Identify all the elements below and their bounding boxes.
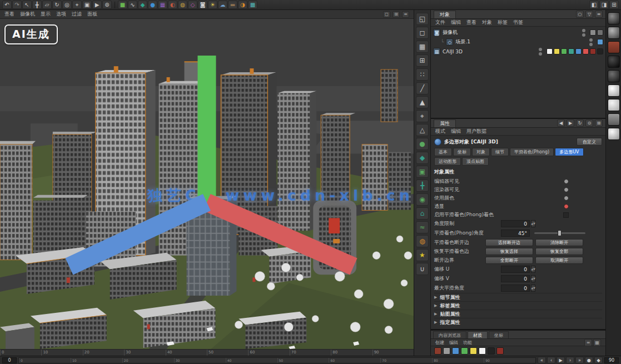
material-chip[interactable]: [496, 347, 504, 355]
material-thumbnail[interactable]: [608, 70, 620, 82]
toggle-dot[interactable]: [564, 196, 569, 201]
modes-strip-icon[interactable]: ●: [416, 138, 429, 150]
modes-strip-icon[interactable]: ◆: [416, 152, 429, 164]
toggle-dot[interactable]: [564, 187, 569, 192]
modes-strip-icon[interactable]: ◍: [416, 235, 429, 247]
action-button[interactable]: 选择断开边: [485, 239, 533, 246]
timeline-powerslider[interactable]: 0102030405060708090: [18, 357, 536, 363]
stepper-arrows[interactable]: ▲▼: [531, 285, 535, 292]
modes-strip-icon[interactable]: ╱: [416, 82, 429, 94]
3d-viewport[interactable]: AI生成 独艺CG www.cdn-xlb.cn: [0, 19, 414, 349]
toggle-dot[interactable]: [564, 179, 569, 184]
modes-strip-icon[interactable]: ★: [416, 249, 429, 261]
material-thumbnail[interactable]: [608, 56, 620, 68]
object-manager-menu-item[interactable]: 编辑: [451, 19, 461, 26]
material-thumbnail[interactable]: [608, 113, 620, 126]
visibility-dots[interactable]: [582, 29, 585, 37]
action-button[interactable]: 恢复选择: [485, 248, 533, 255]
modes-strip-icon[interactable]: ∪: [416, 263, 429, 275]
layout-icon[interactable]: ⊞: [609, 1, 619, 9]
attribute-menu-item[interactable]: 用户数据: [466, 128, 486, 135]
material-chip[interactable]: [479, 347, 486, 355]
material-thumbnail[interactable]: [608, 41, 620, 53]
viewport-menu-item[interactable]: 查看: [4, 11, 14, 18]
toolbar-icon[interactable]: ▶: [92, 1, 102, 9]
attribute-tab[interactable]: 细节: [491, 148, 509, 156]
material-thumbnail[interactable]: [608, 27, 620, 39]
material-tag[interactable]: [597, 48, 603, 54]
angle-limit-field[interactable]: 0: [501, 220, 530, 227]
material-tag[interactable]: [568, 48, 574, 54]
add-object-icon[interactable]: ◇: [188, 1, 197, 9]
modes-strip-icon[interactable]: ⊞: [416, 54, 429, 67]
view-toggle-icon[interactable]: ◻: [383, 11, 390, 18]
attribute-nav-icon[interactable]: ⊙: [585, 119, 593, 127]
object-manager-header-icon[interactable]: ○: [576, 11, 584, 18]
attribute-tab[interactable]: 顶点贴图: [462, 157, 489, 166]
object-manager-menu-item[interactable]: 标签: [498, 19, 508, 26]
bottom-tab[interactable]: 坐标: [489, 331, 509, 338]
tab-objects[interactable]: 对象: [434, 11, 456, 18]
attribute-tab[interactable]: 多边形UV: [555, 148, 583, 156]
range-end-field[interactable]: 90: [604, 357, 619, 363]
toolbar-icon[interactable]: ◎: [62, 1, 72, 9]
add-object-icon[interactable]: ▬: [228, 1, 237, 9]
add-object-icon[interactable]: ◐: [168, 1, 177, 9]
bottom-tab[interactable]: 内容浏览器: [433, 331, 466, 338]
object-manager-menu-item[interactable]: 文件: [435, 19, 445, 26]
modes-strip-icon[interactable]: ◱: [416, 13, 429, 25]
add-object-icon[interactable]: ■: [118, 1, 127, 9]
add-object-icon[interactable]: ☀: [208, 1, 217, 9]
transport-icon[interactable]: ‹: [547, 357, 555, 363]
attribute-tab[interactable]: 平滑着色(Phong): [510, 148, 554, 156]
material-menu-item[interactable]: 编辑: [449, 340, 458, 346]
material-chip[interactable]: [488, 347, 495, 355]
collapsed-section-header[interactable]: 细节属性: [434, 293, 602, 301]
object-manager-menu-item[interactable]: 书签: [513, 19, 523, 26]
material-menu-item[interactable]: 创建: [435, 340, 444, 346]
slider-knob[interactable]: [558, 230, 562, 236]
add-object-icon[interactable]: ◆: [138, 1, 147, 9]
material-chip[interactable]: [443, 347, 450, 355]
view-toggle-icon[interactable]: ⊞: [393, 11, 400, 18]
attribute-tab[interactable]: 基本: [434, 148, 452, 156]
collapsed-section-header[interactable]: 贴图属性: [434, 310, 602, 318]
object-row[interactable]: ▦ CAIJI 3D: [431, 47, 605, 56]
material-view-icon[interactable]: ≡: [584, 339, 592, 346]
object-tag[interactable]: [597, 39, 603, 45]
material-chip[interactable]: [452, 347, 459, 355]
phong-angle-field[interactable]: 45°: [501, 230, 530, 237]
action-button[interactable]: 恢复全部: [535, 248, 583, 255]
modes-strip-icon[interactable]: ▦: [416, 41, 429, 53]
object-manager-menu-item[interactable]: 对象: [482, 19, 492, 26]
add-object-icon[interactable]: ◍: [178, 1, 187, 9]
modes-strip-icon[interactable]: ▲: [416, 96, 429, 108]
material-tag[interactable]: [554, 48, 560, 54]
collapsed-section-header[interactable]: 指定属性: [434, 318, 602, 326]
stepper-arrows[interactable]: ▲▼: [531, 266, 535, 273]
object-row[interactable]: ◇ 场景.1: [431, 37, 605, 47]
view-toggle-icon[interactable]: ≡: [402, 11, 409, 18]
action-button[interactable]: 清除断开: [535, 239, 583, 246]
material-menu-item[interactable]: 功能: [463, 340, 472, 346]
transport-icon[interactable]: ◆: [594, 357, 603, 363]
viewport-menu-item[interactable]: 摄像机: [20, 11, 35, 18]
numeric-field[interactable]: 0: [501, 285, 530, 292]
material-tag[interactable]: [561, 48, 567, 54]
material-chip[interactable]: [461, 347, 468, 355]
modes-strip-icon[interactable]: ◉: [416, 193, 429, 206]
toggle-dot[interactable]: [564, 204, 569, 209]
transport-icon[interactable]: »: [575, 357, 584, 363]
object-manager-header-icon[interactable]: ▽: [585, 11, 593, 18]
material-tag[interactable]: [583, 48, 589, 54]
viewport-menu-item[interactable]: 显示: [41, 11, 51, 18]
numeric-field[interactable]: 0: [501, 275, 530, 282]
modes-strip-icon[interactable]: △: [416, 124, 429, 136]
visibility-dots[interactable]: [589, 38, 593, 46]
material-tag[interactable]: [547, 48, 553, 54]
layout-icon[interactable]: ◧: [589, 1, 599, 9]
attribute-menu-item[interactable]: 模式: [435, 128, 445, 135]
add-object-icon[interactable]: ◑: [238, 1, 247, 9]
layout-icon[interactable]: ◨: [599, 1, 609, 9]
bottom-tab[interactable]: 材质: [468, 331, 488, 338]
